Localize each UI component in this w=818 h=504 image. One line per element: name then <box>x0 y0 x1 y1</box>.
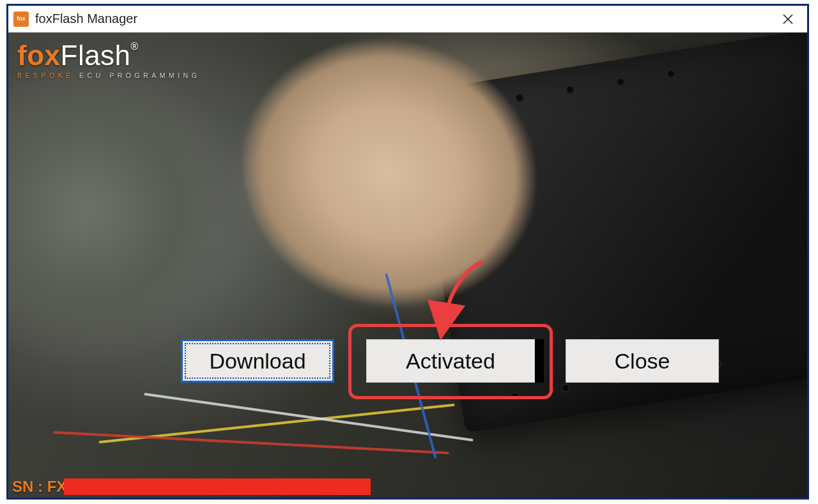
window-close-button[interactable] <box>775 6 801 32</box>
logo-suffix: Flash <box>61 40 131 71</box>
serial-number-redacted <box>64 478 371 495</box>
close-button-label: Close <box>615 349 670 374</box>
window-title: foxFlash Manager <box>35 11 137 26</box>
activated-button[interactable]: Activated <box>366 339 535 383</box>
logo-subline-prefix: BESPOKE <box>17 72 74 79</box>
logo-prefix: fox <box>17 40 61 71</box>
app-window: fox foxFlash Manager foxFlash® BESPOKE E… <box>6 4 809 500</box>
download-button-label: Download <box>209 349 305 374</box>
product-logo-subline: BESPOKE ECU PROGRAMMING <box>17 72 200 79</box>
close-icon <box>782 13 794 25</box>
serial-number-label: SN : FX <box>8 478 69 496</box>
app-icon: fox <box>13 11 29 27</box>
client-area: foxFlash® BESPOKE ECU PROGRAMMING Downlo… <box>8 33 807 498</box>
download-button[interactable]: Download <box>181 339 334 383</box>
serial-number-bar: SN : FX <box>8 477 371 496</box>
activated-button-label: Activated <box>406 349 495 374</box>
titlebar: fox foxFlash Manager <box>8 6 807 33</box>
registered-mark-icon: ® <box>131 41 139 52</box>
close-button[interactable]: Close <box>566 339 719 383</box>
product-logo-line1: foxFlash® <box>17 42 200 70</box>
logo-subline-suffix: ECU PROGRAMMING <box>74 72 201 79</box>
product-logo: foxFlash® BESPOKE ECU PROGRAMMING <box>17 42 200 79</box>
